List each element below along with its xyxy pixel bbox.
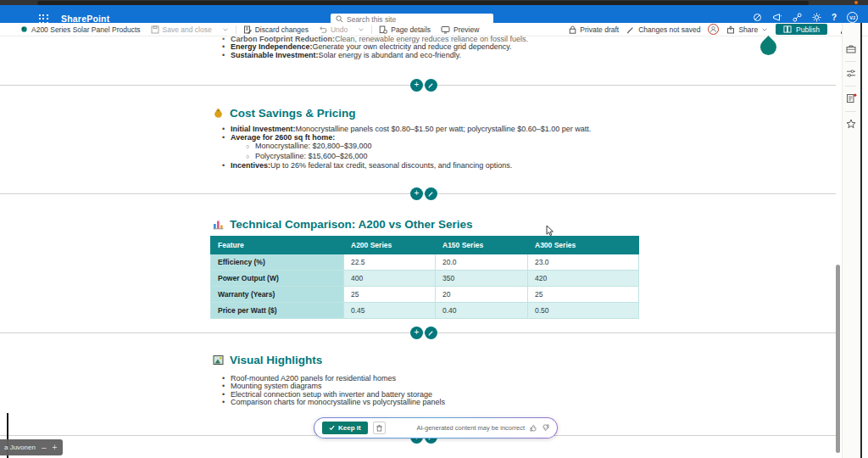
- star-icon[interactable]: [846, 119, 856, 129]
- discard-suggestion-button[interactable]: [373, 422, 386, 434]
- money-bag-icon: [213, 108, 224, 119]
- list-item: Average for 2600 sq ft home:: [222, 133, 591, 142]
- thumb-up-icon[interactable]: [530, 424, 537, 432]
- column-header[interactable]: A200 Series: [344, 237, 436, 254]
- keep-it-button[interactable]: Keep it: [322, 422, 368, 434]
- save-and-close-button[interactable]: Save and close: [146, 25, 217, 34]
- clipboard-flag-icon[interactable]: [846, 93, 857, 103]
- plus-icon[interactable]: +: [52, 444, 57, 452]
- table-cell[interactable]: 0.45: [344, 303, 436, 319]
- column-header[interactable]: Feature: [211, 237, 344, 254]
- section-title-text: Visual Highlights: [230, 354, 322, 366]
- right-toolbar-rail: [842, 23, 860, 458]
- list-item: Sustainable Investment: Solar energy is …: [222, 52, 528, 59]
- table-cell[interactable]: Power Output (W): [211, 271, 344, 287]
- help-icon[interactable]: ?: [832, 13, 837, 22]
- bullet-text: Monocrystalline: $20,800–$39,000: [255, 142, 372, 151]
- person-icon: [709, 25, 717, 33]
- pencil-icon: [626, 25, 635, 34]
- table-row: Price per Watt ($) 0.45 0.40 0.50: [211, 303, 639, 319]
- publish-book-icon: [783, 25, 792, 33]
- vertical-scrollbar[interactable]: [836, 265, 840, 453]
- column-header[interactable]: A300 Series: [528, 237, 639, 254]
- table-cell[interactable]: Price per Watt ($): [211, 303, 344, 319]
- add-section-button[interactable]: +: [410, 79, 423, 92]
- preview-button[interactable]: Preview: [436, 25, 484, 34]
- bar-chart-icon: [213, 219, 224, 230]
- save-options-chevron[interactable]: [217, 26, 234, 33]
- bullet-text: Polycrystalline: $15,600–$26,000: [255, 152, 368, 161]
- share-button[interactable]: Share: [726, 25, 768, 34]
- ai-suggestion-bar: Keep it AI-generated content may be inco…: [314, 417, 558, 438]
- coauthor-presence-avatar[interactable]: [708, 24, 719, 35]
- megaphone-icon[interactable]: [772, 13, 782, 22]
- undo-options-chevron[interactable]: [353, 26, 370, 33]
- keep-it-label: Keep it: [338, 424, 361, 432]
- thumb-down-icon[interactable]: [542, 424, 549, 432]
- page-details-icon: [379, 25, 387, 34]
- edit-section-button[interactable]: [425, 79, 437, 92]
- picture-icon: [213, 355, 224, 366]
- preview-icon: [441, 25, 450, 34]
- pencil-icon: [428, 82, 434, 88]
- add-section-button[interactable]: +: [410, 327, 423, 339]
- pricing-text-webpart[interactable]: Initial Investment: Monocrystalline pane…: [222, 125, 591, 170]
- draft-status: Private draft: [569, 25, 619, 34]
- gear-icon[interactable]: [812, 13, 821, 22]
- comparison-section-title[interactable]: Technical Comparison: A200 vs Other Seri…: [213, 218, 473, 231]
- table-cell[interactable]: 25: [528, 287, 639, 303]
- table-cell[interactable]: 25: [344, 287, 436, 303]
- undo-button[interactable]: Undo: [314, 25, 353, 34]
- clock-icon[interactable]: [753, 13, 762, 22]
- table-cell[interactable]: 20: [436, 287, 528, 303]
- publish-button[interactable]: Publish: [776, 24, 827, 35]
- publish-label: Publish: [796, 25, 820, 34]
- browser-profile-dot: [854, 1, 858, 4]
- table-cell[interactable]: 420: [528, 271, 639, 287]
- account-avatar[interactable]: VJ: [847, 12, 858, 23]
- connections-icon[interactable]: [793, 13, 802, 22]
- search-icon: [336, 15, 343, 23]
- chevron-down-icon: [358, 26, 364, 33]
- edit-section-button[interactable]: [425, 327, 437, 339]
- page-details-button[interactable]: Page details: [374, 25, 436, 34]
- minus-icon[interactable]: –: [42, 444, 47, 452]
- check-icon: [329, 425, 335, 431]
- table-cell[interactable]: 0.50: [528, 303, 639, 319]
- table-cell[interactable]: 22.5: [344, 254, 436, 271]
- list-subitem: Polycrystalline: $15,600–$26,000: [246, 152, 591, 161]
- table-cell[interactable]: 23.0: [528, 254, 639, 271]
- column-header[interactable]: A150 Series: [436, 237, 528, 254]
- table-cell[interactable]: 350: [436, 271, 528, 287]
- pricing-section-title[interactable]: Cost Savings & Pricing: [213, 107, 356, 120]
- list-item: Initial Investment: Monocrystalline pane…: [222, 125, 591, 133]
- highlights-text-webpart[interactable]: Roof-mounted A200 panels for residential…: [222, 375, 445, 407]
- table-row: Efficiency (%) 22.5 20.0 23.0: [211, 254, 639, 271]
- bullet-lead: Average for 2600 sq ft home:: [231, 133, 335, 142]
- bullet-lead: Initial Investment:: [231, 125, 296, 133]
- table-cell[interactable]: 20.0: [436, 254, 528, 271]
- page-details-label: Page details: [391, 25, 431, 34]
- chevron-down-icon: [761, 26, 768, 33]
- table-row: Power Output (W) 400 350 420: [211, 271, 639, 287]
- divider: [236, 25, 236, 34]
- sliders-icon[interactable]: [846, 69, 856, 78]
- comparison-table[interactable]: Feature A200 Series A150 Series A300 Ser…: [210, 236, 639, 319]
- draft-status-label: Private draft: [580, 25, 619, 34]
- search-input[interactable]: [347, 15, 482, 24]
- table-cell[interactable]: 0.40: [436, 303, 528, 319]
- edit-section-button[interactable]: [425, 187, 437, 200]
- section-title-text: Cost Savings & Pricing: [230, 107, 356, 120]
- table-cell[interactable]: Warranty (Years): [211, 287, 344, 303]
- add-section-button[interactable]: +: [410, 187, 423, 200]
- table-cell[interactable]: 400: [344, 271, 436, 287]
- participant-name-overlay: a Juvonen – +: [0, 439, 63, 455]
- discard-icon: [243, 25, 252, 34]
- toolbox-icon[interactable]: [846, 44, 856, 53]
- discard-changes-button[interactable]: Discard changes: [238, 25, 314, 34]
- highlights-section-title[interactable]: Visual Highlights: [213, 354, 322, 366]
- intro-text-webpart[interactable]: Carbon Footprint Reduction: Clean, renew…: [222, 36, 528, 59]
- list-subitem: Monocrystalline: $20,800–$39,000: [246, 142, 591, 151]
- table-cell[interactable]: Efficiency (%): [211, 254, 344, 271]
- list-item: Comparison charts for monocrystalline vs…: [222, 399, 445, 406]
